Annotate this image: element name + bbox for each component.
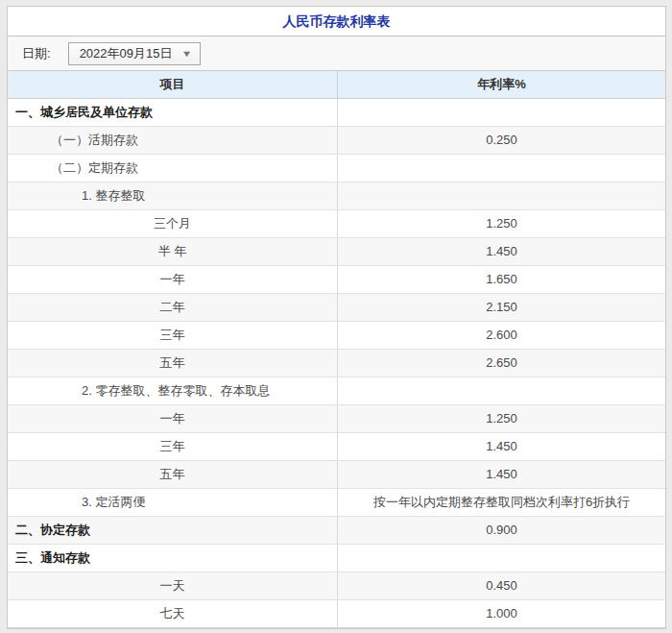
table-row: 二年2.150 [8,294,665,322]
table-row: 二、协定存款0.900 [8,517,665,545]
table-row: 三年1.450 [8,433,665,461]
row-value: 2.600 [338,322,665,349]
table-row: 五年1.450 [8,461,665,489]
row-label: 二、协定存款 [8,517,338,544]
row-value: 1.000 [338,600,665,627]
table-row: 一、城乡居民及单位存款 [8,99,665,127]
row-value: 0.900 [338,517,665,544]
row-value: 2.650 [338,350,665,377]
table-row: 三、通知存款 [8,545,665,572]
date-dropdown-value: 2022年09月15日 [80,45,173,62]
row-label: 三年 [8,322,338,349]
row-value [338,545,665,572]
row-label: 2. 零存整取、整存零取、存本取息 [8,377,338,404]
row-value [338,183,665,209]
table-row: 一年1.650 [8,266,665,294]
row-value: 1.250 [338,210,665,237]
row-value: 0.450 [338,572,665,599]
table-row: 五年2.650 [8,350,665,377]
row-value: 1.250 [338,405,665,432]
date-label: 日期: [22,45,51,62]
table-row: 一天0.450 [8,572,665,600]
table-row: 2. 零存整取、整存零取、存本取息 [8,377,665,405]
table-row: （一）活期存款0.250 [8,127,665,155]
row-value: 1.450 [338,238,665,265]
row-label: 五年 [8,461,338,488]
table-row: 三个月1.250 [8,210,665,238]
row-label: 一年 [8,405,338,432]
row-label: 三年 [8,433,338,460]
table-row: 3. 定活两便按一年以内定期整存整取同档次利率打6折执行 [8,489,665,517]
row-value: 0.250 [338,127,665,154]
rate-table-body: 一、城乡居民及单位存款（一）活期存款0.250（二）定期存款1. 整存整取三个月… [8,99,665,628]
row-label: 半 年 [8,238,338,265]
page-background: 人民币存款利率表 日期: 2022年09月15日 ▼ 项目 年利率% 一、城乡居… [0,0,672,633]
row-label: 一天 [8,572,338,599]
chevron-down-icon: ▼ [180,49,192,59]
row-value [338,377,665,404]
row-label: （二）定期存款 [8,155,338,182]
page-title: 人民币存款利率表 [8,7,665,37]
row-label: 3. 定活两便 [8,489,338,516]
row-label: 二年 [8,294,338,321]
row-value [338,99,665,126]
column-header-item: 项目 [8,71,338,98]
column-header-rate: 年利率% [338,71,665,98]
rate-table-panel: 人民币存款利率表 日期: 2022年09月15日 ▼ 项目 年利率% 一、城乡居… [7,6,666,629]
table-row: 半 年1.450 [8,238,665,266]
row-label: 三、通知存款 [8,545,338,572]
row-value: 按一年以内定期整存整取同档次利率打6折执行 [338,489,665,516]
row-value: 1.650 [338,266,665,293]
row-label: 三个月 [8,210,338,237]
row-label: 五年 [8,350,338,377]
table-row: （二）定期存款 [8,155,665,183]
row-value: 1.450 [338,433,665,460]
table-row: 三年2.600 [8,322,665,350]
row-value: 2.150 [338,294,665,321]
row-label: （一）活期存款 [8,127,338,154]
table-header-row: 项目 年利率% [8,71,665,99]
date-dropdown[interactable]: 2022年09月15日 ▼ [68,42,201,65]
table-row: 1. 整存整取 [8,183,665,210]
table-row: 七天1.000 [8,600,665,628]
row-label: 七天 [8,600,338,627]
date-toolbar: 日期: 2022年09月15日 ▼ [8,37,665,71]
row-label: 一、城乡居民及单位存款 [8,99,338,126]
row-label: 一年 [8,266,338,293]
row-value [338,155,665,182]
row-value: 1.450 [338,461,665,488]
table-row: 一年1.250 [8,405,665,433]
row-label: 1. 整存整取 [8,183,338,209]
